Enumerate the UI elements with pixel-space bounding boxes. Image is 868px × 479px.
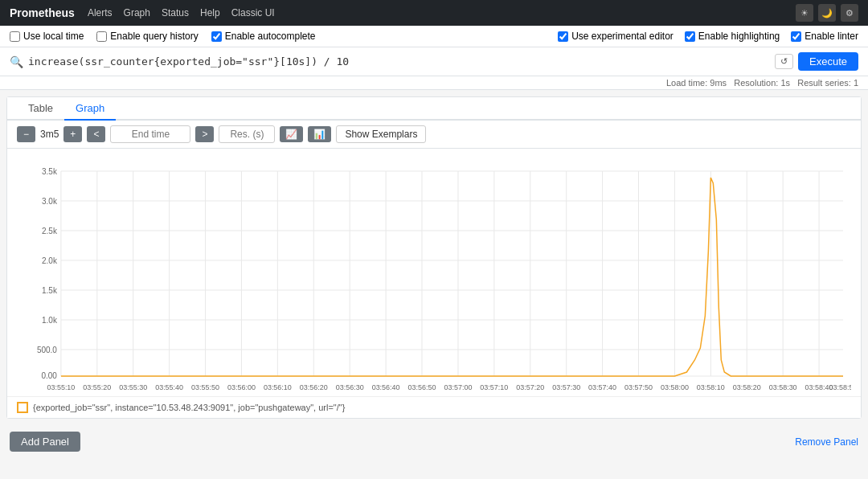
enable-autocomplete-label[interactable]: Enable autocomplete [211,31,316,42]
svg-text:03:57:10: 03:57:10 [480,383,508,391]
resolution: Resolution: 1s [734,78,790,88]
duration-label: 3m5 [40,129,59,140]
svg-text:03:56:20: 03:56:20 [300,383,328,391]
zoom-out-button[interactable]: − [17,126,35,142]
chart-wrapper: 3.5k 3.0k 2.5k 2.0k 1.5k 1.0k 500.0 0.00… [17,155,851,396]
zoom-in-button[interactable]: + [63,126,82,142]
navbar-brand: Prometheus [10,6,75,19]
enable-query-history-label[interactable]: Enable query history [96,31,198,42]
svg-text:03:55:40: 03:55:40 [155,383,183,391]
nav-classic-ui[interactable]: Classic UI [231,7,275,18]
query-clear-button[interactable]: ↺ [775,54,793,69]
remove-panel-link[interactable]: Remove Panel [795,436,858,448]
graph-controls: − 3m5 + < > 📈 📊 Show Exemplars [7,121,861,149]
svg-text:500.0: 500.0 [37,346,57,354]
settings-btn[interactable]: ⚙ [841,4,858,22]
end-time-input[interactable] [110,125,190,143]
navbar: Prometheus Alerts Graph Status Help Clas… [0,0,868,26]
navbar-right: ☀ 🌙 ⚙ [796,4,858,22]
svg-text:03:56:00: 03:56:00 [227,383,256,391]
bottom-bar: Add Panel Remove Panel [0,425,868,458]
navbar-links: Alerts Graph Status Help Classic UI [88,7,275,18]
svg-text:03:58:10: 03:58:10 [697,383,725,391]
svg-text:03:57:00: 03:57:00 [444,383,472,391]
status-bar: Load time: 9ms Resolution: 1s Result ser… [0,76,868,90]
enable-linter-label[interactable]: Enable linter [791,31,858,42]
load-time: Load time: 9ms [666,78,727,88]
tab-graph[interactable]: Graph [64,97,116,121]
search-icon: 🔍 [10,55,23,68]
line-chart-btn[interactable]: 📈 [280,126,303,142]
svg-text:1.5k: 1.5k [42,286,57,295]
chart-container: 3.5k 3.0k 2.5k 2.0k 1.5k 1.0k 500.0 0.00… [7,149,861,418]
tab-table[interactable]: Table [17,97,64,121]
prev-time-button[interactable]: < [87,126,105,142]
svg-text:03:55:10: 03:55:10 [47,383,75,391]
enable-highlighting-checkbox[interactable] [685,31,695,42]
enable-linter-checkbox[interactable] [791,31,801,42]
query-input[interactable] [28,55,770,68]
nav-status[interactable]: Status [162,7,189,18]
svg-text:3.0k: 3.0k [42,197,57,206]
svg-text:03:58:20: 03:58:20 [733,383,761,391]
nav-alerts[interactable]: Alerts [88,7,113,18]
svg-text:03:56:30: 03:56:30 [336,383,364,391]
svg-text:03:57:20: 03:57:20 [516,383,544,391]
panel-section: Table Graph − 3m5 + < > 📈 📊 Show Exempla… [6,96,862,419]
chart-svg: 3.5k 3.0k 2.5k 2.0k 1.5k 1.0k 500.0 0.00… [17,155,851,396]
svg-text:03:57:50: 03:57:50 [624,383,653,391]
use-local-time-checkbox[interactable] [10,31,20,42]
svg-text:03:55:30: 03:55:30 [119,383,147,391]
query-bar: 🔍 ↺ Execute [0,47,868,76]
bar-chart-btn[interactable]: 📊 [308,126,331,142]
svg-text:03:55:20: 03:55:20 [83,383,111,391]
svg-text:2.5k: 2.5k [42,227,57,235]
use-experimental-editor-checkbox[interactable] [558,31,568,42]
svg-text:03:56:40: 03:56:40 [372,383,400,391]
nav-graph[interactable]: Graph [124,7,150,18]
enable-query-history-checkbox[interactable] [96,31,107,42]
svg-text:03:57:40: 03:57:40 [588,383,616,391]
svg-text:3.5k: 3.5k [42,167,57,176]
svg-text:03:56:10: 03:56:10 [264,383,292,391]
svg-text:03:58:30: 03:58:30 [769,383,797,391]
legend-swatch [17,402,28,413]
svg-text:03:58:50: 03:58:50 [829,383,851,391]
add-panel-button[interactable]: Add Panel [10,432,80,452]
options-bar: Use local time Enable query history Enab… [0,26,868,47]
svg-text:03:57:30: 03:57:30 [552,383,580,391]
svg-text:03:56:50: 03:56:50 [408,383,436,391]
svg-text:1.0k: 1.0k [42,316,57,325]
svg-text:03:58:00: 03:58:00 [661,383,689,391]
options-right: Use experimental editor Enable highlight… [558,31,858,42]
use-local-time-label[interactable]: Use local time [10,31,84,42]
dark-mode-btn[interactable]: 🌙 [818,4,836,22]
nav-help[interactable]: Help [200,7,220,18]
execute-button[interactable]: Execute [798,52,858,71]
svg-text:03:55:50: 03:55:50 [191,383,219,391]
enable-autocomplete-checkbox[interactable] [211,31,222,42]
legend-text: {exported_job="ssr", instance="10.53.48.… [33,403,345,412]
result-series: Result series: 1 [797,78,858,88]
tabs-bar: Table Graph [7,97,861,121]
legend-area: {exported_job="ssr", instance="10.53.48.… [7,396,861,418]
theme-icon-btn[interactable]: ☀ [796,4,813,22]
next-time-button[interactable]: > [195,126,214,142]
svg-text:2.0k: 2.0k [42,256,57,265]
enable-highlighting-label[interactable]: Enable highlighting [685,31,780,42]
show-exemplars-button[interactable]: Show Exemplars [336,125,426,143]
resolution-input[interactable] [219,125,275,143]
svg-text:0.00: 0.00 [41,371,57,380]
use-experimental-editor-label[interactable]: Use experimental editor [558,31,674,42]
